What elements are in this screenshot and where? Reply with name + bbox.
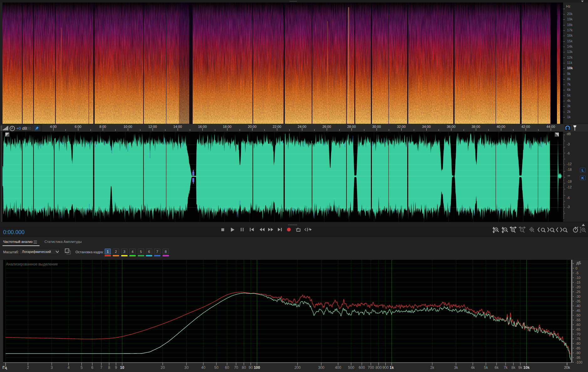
svg-text:9k: 9k xyxy=(518,365,523,370)
svg-text:6: 6 xyxy=(91,365,93,370)
svg-text:-55: -55 xyxy=(575,318,580,322)
svg-text:20k: 20k xyxy=(564,365,570,370)
svg-text:-85: -85 xyxy=(575,346,580,350)
svg-text:-45: -45 xyxy=(575,309,580,312)
svg-text:200: 200 xyxy=(294,365,301,370)
svg-text:-40: -40 xyxy=(575,304,580,308)
svg-text:-30: -30 xyxy=(575,295,580,298)
svg-text:-70: -70 xyxy=(575,332,580,336)
svg-text:100: 100 xyxy=(254,365,260,370)
svg-text:2k: 2k xyxy=(430,365,435,370)
svg-text:50: 50 xyxy=(214,365,219,370)
svg-text:500: 500 xyxy=(348,365,354,370)
svg-text:700: 700 xyxy=(368,365,374,370)
svg-text:20: 20 xyxy=(161,365,165,370)
svg-text:-5: -5 xyxy=(575,271,579,275)
svg-text:-25: -25 xyxy=(575,290,580,294)
svg-text:90: 90 xyxy=(249,365,253,370)
svg-text:60: 60 xyxy=(225,365,229,370)
svg-text:400: 400 xyxy=(335,365,341,370)
svg-text:-95: -95 xyxy=(575,356,580,359)
svg-text:300: 300 xyxy=(318,365,324,370)
svg-text:-20: -20 xyxy=(575,285,580,289)
svg-text:дБ: дБ xyxy=(576,261,581,265)
svg-text:8: 8 xyxy=(108,365,110,370)
svg-text:30: 30 xyxy=(185,365,189,370)
svg-text:-15: -15 xyxy=(575,280,580,284)
svg-text:800: 800 xyxy=(376,365,382,370)
svg-text:3k: 3k xyxy=(454,365,458,370)
svg-text:9: 9 xyxy=(115,365,117,370)
svg-text:5k: 5k xyxy=(484,365,488,370)
svg-text:10k: 10k xyxy=(523,365,530,370)
svg-text:3: 3 xyxy=(51,365,53,370)
svg-text:Анализированное выделение: Анализированное выделение xyxy=(6,262,58,266)
svg-text:Гц: Гц xyxy=(3,365,7,370)
svg-text:4: 4 xyxy=(67,365,70,370)
svg-text:900: 900 xyxy=(382,365,389,370)
svg-text:600: 600 xyxy=(359,365,365,370)
svg-text:80: 80 xyxy=(242,365,246,370)
svg-text:-10: -10 xyxy=(575,276,580,280)
svg-text:4k: 4k xyxy=(471,365,475,370)
svg-text:-50: -50 xyxy=(575,313,580,317)
svg-text:7: 7 xyxy=(100,365,102,370)
svg-text:-65: -65 xyxy=(575,327,580,331)
svg-text:2: 2 xyxy=(27,365,29,370)
svg-text:5: 5 xyxy=(81,365,83,370)
svg-text:-35: -35 xyxy=(575,299,580,303)
svg-text:-75: -75 xyxy=(575,337,580,341)
svg-text:8k: 8k xyxy=(512,365,516,370)
svg-text:0: 0 xyxy=(575,266,577,270)
svg-text:10: 10 xyxy=(120,365,124,370)
svg-text:1k: 1k xyxy=(390,365,394,370)
svg-text:-80: -80 xyxy=(575,342,580,345)
svg-text:-100: -100 xyxy=(575,360,582,364)
svg-text:6k: 6k xyxy=(495,365,499,370)
svg-text:-60: -60 xyxy=(575,323,580,327)
svg-text:-90: -90 xyxy=(575,351,580,355)
svg-text:40: 40 xyxy=(201,365,206,370)
svg-text:7k: 7k xyxy=(504,365,508,370)
svg-text:70: 70 xyxy=(234,365,238,370)
